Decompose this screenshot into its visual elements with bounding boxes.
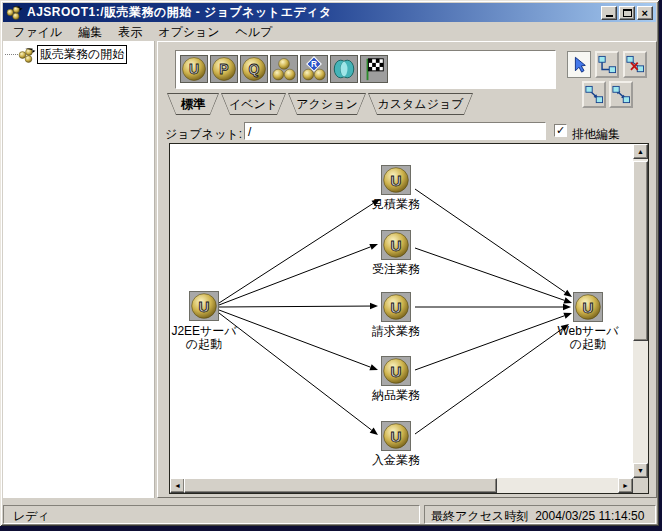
jobnet-root-icon	[18, 47, 36, 63]
queue-job-icon[interactable]: Q	[240, 55, 268, 83]
node-order-task[interactable]: U	[381, 230, 411, 260]
svg-text:U: U	[391, 363, 402, 380]
node-web-server-start[interactable]: U	[573, 292, 603, 322]
svg-text:U: U	[583, 299, 594, 316]
node-delivery-task-label: 納品業務	[341, 389, 451, 402]
last-access-value: 2004/03/25 11:14:50	[535, 509, 644, 523]
jobnet-icon[interactable]	[270, 55, 298, 83]
tab-standard-label: 標準	[168, 94, 218, 114]
svg-text:U: U	[391, 237, 402, 254]
tab-event-label: イベント	[222, 94, 285, 114]
svg-text:U: U	[391, 172, 402, 189]
node-j2ee-server-start[interactable]: U	[189, 291, 219, 321]
jobnet-canvas[interactable]: ▲ ▼ ◄ ► UJ2EEサーバの起動U見積業務U受注業務U請求業務U納品業務U…	[169, 143, 649, 494]
last-access-panel: 最終アクセス時刻2004/03/25 11:14:50	[424, 505, 656, 524]
scroll-up-button[interactable]: ▲	[633, 144, 648, 159]
scrollbar-corner	[633, 478, 648, 493]
exclusive-edit-checkbox[interactable]: ✓	[554, 124, 567, 137]
minimize-icon	[606, 15, 613, 17]
end-flag-icon[interactable]	[360, 55, 388, 83]
last-access-label: 最終アクセス時刻	[431, 509, 528, 523]
node-billing-task-label: 請求業務	[341, 325, 451, 338]
icon-palette: UPQ R	[175, 50, 556, 89]
tree-item-sales-start[interactable]: 販売業務の開始	[3, 45, 154, 64]
node-payment-task[interactable]: U	[381, 421, 411, 451]
node-estimate-task-label: 見積業務	[341, 198, 451, 211]
window-title: AJSROOT1:/販売業務の開始 - ジョブネットエディタ	[27, 4, 332, 21]
menu-item-help[interactable]: ヘルプ	[228, 22, 281, 43]
main-panel: UPQ R 標準イベントアクションカスタムジョブ ジョブネット: / ✓ 排他編…	[157, 41, 657, 498]
tab-custom-job-label: カスタムジョブ	[369, 94, 472, 114]
draw-relation-button[interactable]	[582, 81, 606, 108]
scroll-down-button[interactable]: ▼	[633, 463, 648, 478]
exclusive-edit-label: 排他編集	[572, 126, 620, 143]
or-junction-icon[interactable]	[330, 55, 358, 83]
tab-action[interactable]: アクション	[288, 93, 366, 115]
close-button[interactable]: ×	[637, 6, 653, 20]
tree-item-label[interactable]: 販売業務の開始	[37, 45, 127, 64]
svg-text:U: U	[391, 299, 402, 316]
jobnet-field-label: ジョブネット:	[165, 126, 242, 143]
node-payment-task-label: 入金業務	[341, 454, 451, 467]
vertical-scrollbar[interactable]: ▲ ▼	[633, 144, 648, 478]
pc-job-icon[interactable]: P	[210, 55, 238, 83]
menu-item-view[interactable]: 表示	[110, 22, 150, 43]
tab-custom-job[interactable]: カスタムジョブ	[368, 93, 473, 115]
node-billing-task[interactable]: U	[381, 292, 411, 322]
node-web-server-start-label: Webサーバの起動	[533, 325, 643, 351]
horizontal-scroll-thumb[interactable]	[184, 478, 497, 493]
node-estimate-task[interactable]: U	[381, 165, 411, 195]
svg-text:R: R	[311, 59, 317, 69]
maximize-button[interactable]	[619, 6, 635, 20]
jobnet-editor-window: AJSROOT1:/販売業務の開始 - ジョブネットエディタ × ファイル編集表…	[0, 0, 659, 526]
close-icon: ×	[642, 8, 649, 18]
svg-text:U: U	[199, 298, 210, 315]
jobnet-path-field[interactable]: /	[244, 122, 546, 140]
menu-item-file[interactable]: ファイル	[5, 22, 70, 43]
tree-panel[interactable]: 販売業務の開始	[3, 41, 155, 498]
remote-jobnet-icon[interactable]: R	[300, 55, 328, 83]
minimize-button[interactable]	[601, 6, 617, 20]
scroll-left-button[interactable]: ◄	[170, 478, 185, 493]
tab-action-label: アクション	[289, 94, 365, 114]
tab-bar: 標準イベントアクションカスタムジョブ	[167, 93, 507, 115]
menu-item-options[interactable]: オプション	[150, 22, 227, 43]
exchange-relation-button[interactable]	[609, 81, 633, 108]
svg-text:U: U	[391, 428, 402, 445]
svg-text:Q: Q	[249, 61, 260, 77]
menu-bar: ファイル編集表示オプションヘルプ	[3, 23, 656, 41]
select-tool-button[interactable]	[567, 51, 591, 78]
node-j2ee-server-start-label: J2EEサーバの起動	[169, 325, 259, 351]
app-icon	[6, 5, 23, 20]
add-relation-button[interactable]	[595, 51, 619, 78]
checkbox-check-icon: ✓	[556, 125, 565, 136]
tab-event[interactable]: イベント	[221, 93, 286, 115]
delete-relation-button[interactable]	[623, 51, 647, 78]
vertical-scroll-thumb[interactable]	[633, 161, 648, 341]
svg-text:P: P	[219, 61, 228, 77]
tab-standard[interactable]: 標準	[167, 93, 219, 115]
maximize-icon	[623, 9, 632, 17]
node-order-task-label: 受注業務	[341, 263, 451, 276]
title-bar[interactable]: AJSROOT1:/販売業務の開始 - ジョブネットエディタ ×	[3, 3, 656, 22]
scroll-right-button[interactable]: ►	[618, 478, 633, 493]
status-message: レディ	[3, 505, 420, 524]
unix-job-icon[interactable]: U	[180, 55, 208, 83]
svg-text:U: U	[189, 61, 199, 77]
menu-item-edit[interactable]: 編集	[70, 22, 110, 43]
tree-connector	[5, 54, 18, 55]
node-delivery-task[interactable]: U	[381, 356, 411, 386]
horizontal-scrollbar[interactable]: ◄ ►	[170, 478, 633, 493]
